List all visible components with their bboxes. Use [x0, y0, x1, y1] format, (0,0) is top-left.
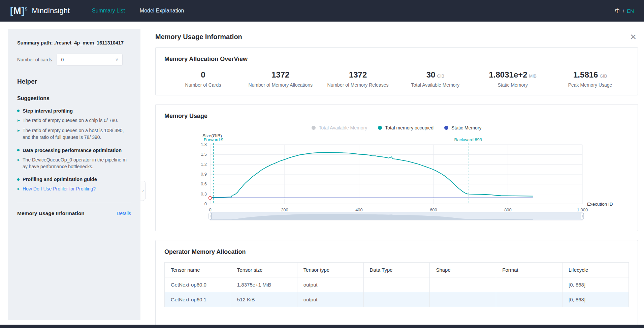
triangle-icon: ▶: [18, 158, 20, 170]
stat-unit: MiB: [529, 73, 537, 79]
suggestion-group-title: Data processing performance optimization: [17, 148, 131, 153]
memory-allocation-overview-card: Memory Allocation OverView 0Number of Ca…: [155, 47, 638, 95]
stat-value: 1.5816GiB: [551, 70, 629, 80]
app-name: MindInsight: [32, 6, 70, 15]
bullet-icon: [17, 110, 20, 112]
number-of-cards-select[interactable]: 0 ∨: [57, 54, 123, 66]
legend-dot-icon: [378, 126, 382, 130]
table-cell: GetNext-op60:1: [165, 292, 231, 307]
lang-zh[interactable]: 中: [615, 8, 620, 14]
helper-title: Helper: [17, 78, 131, 85]
legend-dot-icon: [444, 126, 448, 130]
chevron-down-icon: ∨: [115, 57, 119, 62]
svg-text:600: 600: [430, 207, 437, 212]
mindinsight-logo-icon: [M]S: [10, 6, 28, 16]
suggestion-group: Profiling and optimization guide▶How Do …: [17, 177, 131, 192]
svg-text:1.2: 1.2: [201, 162, 207, 167]
table-header-row: Tensor nameTensor sizeTensor typeData Ty…: [165, 263, 629, 277]
table-cell: [496, 277, 562, 292]
svg-text:Backward:693: Backward:693: [454, 137, 482, 142]
collapse-arrow-icon: ‹: [142, 188, 144, 193]
sidebar-divider: [17, 202, 131, 202]
overview-stat: 1372Number of Memory Releases: [319, 70, 397, 88]
stat-unit: GiB: [437, 73, 444, 79]
memory-usage-card-title: Memory Usage: [164, 113, 629, 120]
table-column-header: Tensor name: [165, 263, 231, 277]
legend-item[interactable]: Static Memory: [444, 125, 481, 130]
legend-label: Static Memory: [451, 125, 481, 130]
table-cell: [430, 277, 496, 292]
tab-model-explanation[interactable]: Model Explanation: [132, 0, 192, 22]
svg-text:1,000: 1,000: [577, 207, 588, 212]
lang-separator: /: [623, 8, 624, 14]
sidebar-collapse-handle[interactable]: ‹: [140, 181, 146, 201]
app-logo: [M]S MindInsight: [10, 6, 70, 16]
stat-value: 1.8031e+2MiB: [474, 70, 551, 80]
suggestion-group: Data processing performance optimization…: [17, 148, 131, 170]
close-icon[interactable]: ✕: [629, 33, 638, 41]
profiler-guide-link[interactable]: ▶How Do I Use Profiler for Profiling?: [17, 185, 131, 192]
memory-usage-chart[interactable]: 00.30.60.91.21.51.802004006008001,000Siz…: [164, 132, 629, 223]
triangle-icon: ▶: [18, 118, 20, 124]
svg-text:0.9: 0.9: [201, 172, 207, 177]
chart-legend: Total Available MemoryTotal memory occup…: [164, 125, 629, 130]
table-cell: [496, 292, 562, 307]
legend-item[interactable]: Total Available Memory: [312, 125, 367, 130]
stat-value: 30GiB: [396, 70, 474, 80]
stat-label: Peak Memory Usage: [551, 82, 629, 88]
svg-text:0: 0: [204, 201, 207, 206]
suggestion-groups: Step interval profiling▶The ratio of emp…: [17, 108, 131, 192]
table-cell: 1.8375e+1 MiB: [231, 277, 297, 292]
number-of-cards-label: Number of cards: [17, 57, 52, 62]
svg-text:Execution ID: Execution ID: [587, 202, 613, 207]
table-cell: [363, 292, 430, 307]
lang-en[interactable]: EN: [627, 8, 634, 14]
details-link[interactable]: Details: [117, 211, 131, 216]
legend-item[interactable]: Total memory occupied: [378, 125, 433, 130]
table-cell: GetNext-op60:0: [165, 277, 231, 292]
legend-label: Total memory occupied: [385, 125, 433, 130]
overview-stats-row: 0Number of Cards1372Number of Memory All…: [164, 70, 629, 88]
stat-label: Static Memory: [474, 82, 551, 88]
table-cell: [0, 868]: [562, 277, 629, 292]
stat-value: 0: [164, 70, 242, 80]
overview-stat: 1372Number of Memory Allocations: [242, 70, 319, 88]
overview-card-title: Memory Allocation OverView: [164, 56, 629, 63]
operator-memory-table: Tensor nameTensor sizeTensor typeData Ty…: [164, 262, 629, 307]
table-row[interactable]: GetNext-op60:1512 KiBoutput[0, 868]: [165, 292, 629, 307]
svg-text:400: 400: [355, 207, 363, 212]
nav-tabs: Summary List Model Explanation: [85, 0, 191, 22]
table-column-header: Tensor type: [297, 263, 363, 277]
svg-text:0.6: 0.6: [201, 181, 207, 186]
main-content: Memory Usage Information ✕ Memory Alloca…: [155, 33, 638, 328]
operator-memory-allocation-card: Operator Memory Allocation Tensor nameTe…: [155, 240, 638, 328]
svg-text:800: 800: [504, 207, 512, 212]
legend-dot-icon: [312, 126, 316, 130]
memory-usage-section-row: Memory Usage Information Details: [17, 210, 131, 216]
table-column-header: Lifecycle: [562, 263, 629, 277]
operator-table-title: Operator Memory Allocation: [164, 248, 629, 256]
overview-stat: 30GiBTotal Available Memory: [396, 70, 474, 88]
svg-text:1.5: 1.5: [201, 152, 207, 157]
stat-value: 1372: [242, 70, 319, 80]
suggestion-group-title: Profiling and optimization guide: [17, 177, 131, 182]
triangle-icon: ▶: [18, 187, 20, 192]
svg-text:Forward:9: Forward:9: [204, 137, 224, 142]
table-column-header: Shape: [430, 263, 496, 277]
tab-summary-list[interactable]: Summary List: [85, 0, 132, 22]
stat-unit: GiB: [600, 73, 607, 79]
table-row[interactable]: GetNext-op60:01.8375e+1 MiBoutput[0, 868…: [165, 277, 629, 292]
page-body: Summary path: ./resnet_4p_mem_1611310417…: [0, 22, 644, 325]
main-title-row: Memory Usage Information ✕: [155, 33, 638, 41]
bullet-icon: [17, 149, 20, 151]
table-cell: [363, 277, 430, 292]
memory-usage-section-title: Memory Usage Information: [17, 210, 85, 216]
stat-value: 1372: [319, 70, 397, 80]
stat-label: Total Available Memory: [396, 82, 474, 88]
summary-path: Summary path: ./resnet_4p_mem_1611310417: [17, 40, 131, 46]
legend-label: Total Available Memory: [319, 125, 367, 130]
bullet-icon: [17, 178, 20, 181]
table-column-header: Format: [496, 263, 562, 277]
memory-usage-card: Memory Usage Total Available MemoryTotal…: [155, 104, 638, 231]
triangle-icon: ▶: [18, 128, 20, 141]
